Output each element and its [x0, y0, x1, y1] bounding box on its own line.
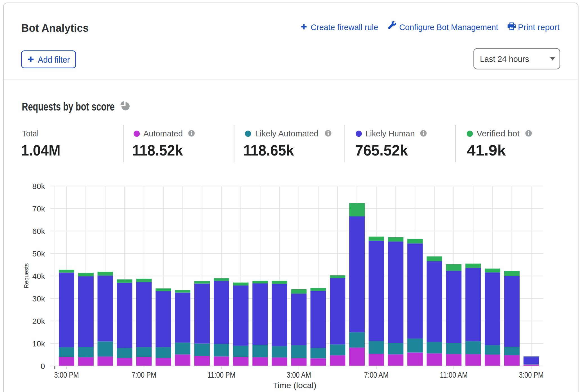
svg-text:41.9k: 41.9k: [467, 142, 506, 159]
svg-text:Likely Human: Likely Human: [366, 129, 415, 138]
svg-text:118.52k: 118.52k: [132, 142, 183, 159]
svg-text:Last 24 hours: Last 24 hours: [480, 54, 529, 64]
svg-text:80k: 80k: [32, 182, 45, 191]
svg-text:11:00 PM: 11:00 PM: [207, 370, 235, 379]
svg-text:0: 0: [40, 362, 45, 371]
svg-text:50k: 50k: [32, 249, 45, 258]
svg-text:Create firewall rule: Create firewall rule: [311, 22, 378, 32]
svg-text:3:00 PM: 3:00 PM: [54, 370, 79, 379]
svg-text:11:00 AM: 11:00 AM: [440, 370, 468, 379]
svg-text:20k: 20k: [32, 317, 45, 326]
svg-text:Add filter: Add filter: [38, 55, 70, 65]
svg-text:7:00 PM: 7:00 PM: [132, 370, 156, 379]
svg-text:70k: 70k: [32, 204, 45, 213]
svg-text:Automated: Automated: [143, 129, 183, 138]
svg-text:40k: 40k: [32, 272, 45, 281]
svg-text:765.52k: 765.52k: [355, 142, 408, 159]
svg-text:Requests by bot score: Requests by bot score: [22, 100, 115, 113]
svg-text:3:00 AM: 3:00 AM: [287, 370, 311, 379]
svg-text:Bot Analytics: Bot Analytics: [21, 22, 89, 34]
svg-text:3:00 PM: 3:00 PM: [519, 370, 543, 379]
svg-text:Verified bot: Verified bot: [477, 129, 520, 138]
svg-text:60k: 60k: [32, 227, 45, 236]
svg-text:10k: 10k: [32, 339, 45, 348]
svg-text:Configure Bot Management: Configure Bot Management: [399, 22, 498, 32]
svg-text:Time (local): Time (local): [273, 381, 317, 390]
svg-text:Total: Total: [22, 129, 39, 138]
svg-text:7:00 AM: 7:00 AM: [364, 370, 389, 379]
svg-text:Likely Automated: Likely Automated: [255, 129, 319, 138]
svg-text:118.65k: 118.65k: [243, 142, 294, 159]
svg-text:1.04M: 1.04M: [21, 142, 60, 159]
svg-text:Print report: Print report: [518, 22, 560, 32]
svg-text:30k: 30k: [32, 294, 45, 303]
svg-text:Requests: Requests: [23, 263, 30, 288]
